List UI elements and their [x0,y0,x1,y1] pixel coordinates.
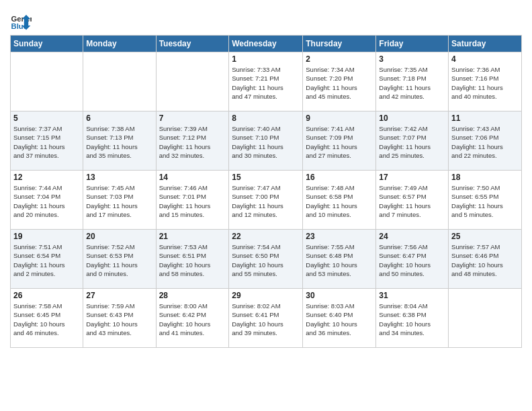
calendar-day-header: Sunday [11,36,83,52]
calendar-week-row: 5Sunrise: 7:37 AM Sunset: 7:15 PM Daylig… [11,111,522,171]
day-number: 25 [451,232,519,241]
calendar-cell: 30Sunrise: 8:03 AM Sunset: 6:40 PM Dayli… [303,289,376,348]
day-number: 18 [451,173,519,182]
day-info: Sunrise: 7:48 AM Sunset: 6:58 PM Dayligh… [306,183,373,219]
day-number: 16 [306,173,373,182]
calendar-cell: 9Sunrise: 7:41 AM Sunset: 7:09 PM Daylig… [303,111,376,171]
calendar-cell: 6Sunrise: 7:38 AM Sunset: 7:13 PM Daylig… [83,111,156,171]
day-info: Sunrise: 7:47 AM Sunset: 7:00 PM Dayligh… [232,183,300,219]
day-info: Sunrise: 7:39 AM Sunset: 7:12 PM Dayligh… [159,124,226,160]
day-number: 27 [86,291,152,300]
day-info: Sunrise: 7:34 AM Sunset: 7:20 PM Dayligh… [306,65,373,101]
day-info: Sunrise: 7:45 AM Sunset: 7:03 PM Dayligh… [86,183,152,219]
calendar-cell: 1Sunrise: 7:33 AM Sunset: 7:21 PM Daylig… [229,52,303,111]
day-number: 2 [306,54,373,64]
day-info: Sunrise: 7:56 AM Sunset: 6:47 PM Dayligh… [379,242,445,278]
calendar-cell: 18Sunrise: 7:50 AM Sunset: 6:55 PM Dayli… [449,171,522,230]
day-info: Sunrise: 7:42 AM Sunset: 7:07 PM Dayligh… [379,124,445,160]
calendar-cell: 17Sunrise: 7:49 AM Sunset: 6:57 PM Dayli… [376,171,449,230]
day-number: 26 [13,291,80,300]
logo: General Blue [10,9,34,31]
calendar-cell: 19Sunrise: 7:51 AM Sunset: 6:54 PM Dayli… [11,230,83,289]
day-number: 22 [232,232,300,241]
calendar-cell: 7Sunrise: 7:39 AM Sunset: 7:12 PM Daylig… [156,111,229,171]
calendar-day-header: Thursday [303,36,376,52]
calendar-cell: 10Sunrise: 7:42 AM Sunset: 7:07 PM Dayli… [376,111,449,171]
calendar-cell: 27Sunrise: 7:59 AM Sunset: 6:43 PM Dayli… [83,289,156,348]
calendar-cell: 26Sunrise: 7:58 AM Sunset: 6:45 PM Dayli… [11,289,83,348]
day-info: Sunrise: 7:44 AM Sunset: 7:04 PM Dayligh… [13,183,80,219]
calendar-cell: 29Sunrise: 8:02 AM Sunset: 6:41 PM Dayli… [229,289,303,348]
calendar-cell: 31Sunrise: 8:04 AM Sunset: 6:38 PM Dayli… [376,289,449,348]
day-info: Sunrise: 7:35 AM Sunset: 7:18 PM Dayligh… [379,65,445,101]
day-number: 30 [306,291,373,300]
day-info: Sunrise: 7:49 AM Sunset: 6:57 PM Dayligh… [379,183,445,219]
calendar-cell: 25Sunrise: 7:57 AM Sunset: 6:46 PM Dayli… [449,230,522,289]
day-info: Sunrise: 7:41 AM Sunset: 7:09 PM Dayligh… [306,124,373,160]
calendar-cell: 13Sunrise: 7:45 AM Sunset: 7:03 PM Dayli… [83,171,156,230]
calendar-cell: 12Sunrise: 7:44 AM Sunset: 7:04 PM Dayli… [11,171,83,230]
calendar-cell: 5Sunrise: 7:37 AM Sunset: 7:15 PM Daylig… [11,111,83,171]
calendar-cell: 23Sunrise: 7:55 AM Sunset: 6:48 PM Dayli… [303,230,376,289]
day-info: Sunrise: 7:59 AM Sunset: 6:43 PM Dayligh… [86,302,152,337]
day-number: 20 [86,232,152,241]
day-number: 28 [159,291,226,300]
calendar-cell: 8Sunrise: 7:40 AM Sunset: 7:10 PM Daylig… [229,111,303,171]
day-number: 5 [13,113,80,123]
logo-icon: General Blue [10,9,32,31]
day-number: 19 [13,232,80,241]
calendar-cell: 28Sunrise: 8:00 AM Sunset: 6:42 PM Dayli… [156,289,229,348]
calendar-cell: 11Sunrise: 7:43 AM Sunset: 7:06 PM Dayli… [449,111,522,171]
calendar-day-header: Tuesday [156,36,229,52]
day-number: 17 [379,173,445,182]
day-number: 15 [232,173,300,182]
calendar-cell: 21Sunrise: 7:53 AM Sunset: 6:51 PM Dayli… [156,230,229,289]
day-info: Sunrise: 7:38 AM Sunset: 7:13 PM Dayligh… [86,124,152,160]
day-info: Sunrise: 8:00 AM Sunset: 6:42 PM Dayligh… [159,302,226,337]
day-number: 7 [159,113,226,123]
calendar-cell: 14Sunrise: 7:46 AM Sunset: 7:01 PM Dayli… [156,171,229,230]
page-header: General Blue [10,7,522,31]
day-info: Sunrise: 7:52 AM Sunset: 6:53 PM Dayligh… [86,242,152,278]
calendar-header-row: SundayMondayTuesdayWednesdayThursdayFrid… [11,36,522,52]
day-number: 13 [86,173,152,182]
calendar-cell: 2Sunrise: 7:34 AM Sunset: 7:20 PM Daylig… [303,52,376,111]
day-number: 10 [379,113,445,123]
calendar-cell [449,289,522,348]
day-number: 24 [379,232,445,241]
calendar-cell: 16Sunrise: 7:48 AM Sunset: 6:58 PM Dayli… [303,171,376,230]
day-info: Sunrise: 7:55 AM Sunset: 6:48 PM Dayligh… [306,242,373,278]
calendar-week-row: 19Sunrise: 7:51 AM Sunset: 6:54 PM Dayli… [11,230,522,289]
calendar-day-header: Friday [376,36,449,52]
day-number: 8 [232,113,300,123]
day-number: 1 [232,54,300,64]
day-info: Sunrise: 7:51 AM Sunset: 6:54 PM Dayligh… [13,242,80,278]
calendar-cell: 3Sunrise: 7:35 AM Sunset: 7:18 PM Daylig… [376,52,449,111]
calendar-cell: 4Sunrise: 7:36 AM Sunset: 7:16 PM Daylig… [449,52,522,111]
day-info: Sunrise: 7:37 AM Sunset: 7:15 PM Dayligh… [13,124,80,160]
day-info: Sunrise: 7:58 AM Sunset: 6:45 PM Dayligh… [13,302,80,337]
calendar-week-row: 26Sunrise: 7:58 AM Sunset: 6:45 PM Dayli… [11,289,522,348]
day-info: Sunrise: 8:02 AM Sunset: 6:41 PM Dayligh… [232,302,300,337]
calendar-table: SundayMondayTuesdayWednesdayThursdayFrid… [10,35,522,348]
calendar-week-row: 1Sunrise: 7:33 AM Sunset: 7:21 PM Daylig… [11,52,522,111]
day-info: Sunrise: 7:54 AM Sunset: 6:50 PM Dayligh… [232,242,300,278]
day-info: Sunrise: 7:53 AM Sunset: 6:51 PM Dayligh… [159,242,226,278]
day-info: Sunrise: 7:50 AM Sunset: 6:55 PM Dayligh… [451,183,519,219]
day-number: 3 [379,54,445,64]
day-number: 9 [306,113,373,123]
calendar-cell [83,52,156,111]
day-number: 29 [232,291,300,300]
day-number: 21 [159,232,226,241]
day-info: Sunrise: 7:36 AM Sunset: 7:16 PM Dayligh… [451,65,519,101]
calendar-day-header: Saturday [449,36,522,52]
calendar-cell: 24Sunrise: 7:56 AM Sunset: 6:47 PM Dayli… [376,230,449,289]
day-info: Sunrise: 8:04 AM Sunset: 6:38 PM Dayligh… [379,302,445,337]
calendar-cell: 20Sunrise: 7:52 AM Sunset: 6:53 PM Dayli… [83,230,156,289]
day-number: 11 [451,113,519,123]
day-info: Sunrise: 7:46 AM Sunset: 7:01 PM Dayligh… [159,183,226,219]
day-number: 12 [13,173,80,182]
day-info: Sunrise: 7:40 AM Sunset: 7:10 PM Dayligh… [232,124,300,160]
calendar-cell [156,52,229,111]
calendar-cell: 22Sunrise: 7:54 AM Sunset: 6:50 PM Dayli… [229,230,303,289]
